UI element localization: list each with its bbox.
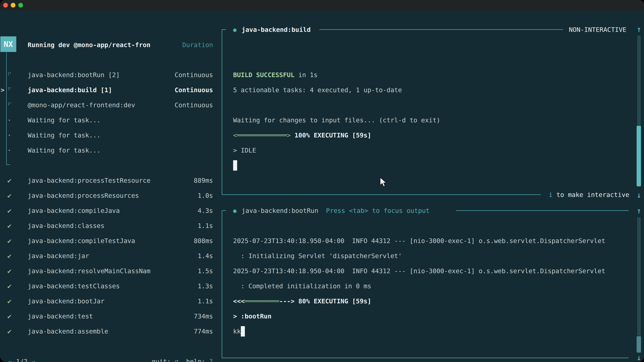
task-duration: 1.1s bbox=[198, 222, 213, 229]
task-status: Continuous bbox=[174, 86, 213, 94]
prev-page-arrow-icon[interactable]: ← bbox=[8, 358, 12, 362]
task-row-completed[interactable]: java-backend:bootJar 1.1s bbox=[28, 294, 213, 309]
task-row-completed[interactable]: java-backend:classes 1.1s bbox=[28, 218, 213, 233]
task-row-completed[interactable]: java-backend:processTestResource 889ms bbox=[28, 173, 213, 188]
scrollbar-track-line bbox=[638, 217, 638, 336]
task-duration: 1.4s bbox=[198, 252, 213, 260]
check-glyph: ✔ bbox=[8, 192, 12, 199]
build-scrollbar-thumb[interactable] bbox=[636, 126, 641, 186]
log-line: : Completed initialization in 0 ms bbox=[233, 279, 371, 294]
task-row-completed[interactable]: java-backend:test 734ms bbox=[28, 309, 213, 324]
spinner-icon: ⠋ bbox=[8, 97, 19, 113]
terminal-cursor bbox=[233, 160, 237, 171]
check-icon: ✔ bbox=[8, 173, 19, 188]
progress-bar-suffix: ---> bbox=[279, 298, 295, 305]
task-status: Continuous bbox=[174, 71, 213, 79]
check-glyph: ✔ bbox=[8, 328, 12, 335]
task-duration: 4.3s bbox=[198, 207, 213, 214]
build-cursor-line bbox=[233, 158, 237, 173]
log-line: : Initializing Servlet 'dispatcherServle… bbox=[233, 248, 402, 264]
task-name: java-backend:compileJava bbox=[28, 207, 120, 214]
non-interactive-label: NON-INTERACTIVE bbox=[569, 26, 626, 33]
check-icon: ✔ bbox=[8, 264, 19, 279]
sidebar-title: Running dev @mono-app/react-fron bbox=[28, 41, 150, 49]
task-row-completed[interactable]: java-backend:testClasses 1.3s bbox=[28, 279, 213, 294]
scrollbar-track-line bbox=[640, 35, 640, 125]
task-row-waiting[interactable]: Waiting for task... bbox=[28, 113, 100, 128]
quit-key: q bbox=[171, 358, 178, 362]
task-row-waiting[interactable]: Waiting for task... bbox=[28, 128, 100, 143]
progress-bar-prefix: <<< bbox=[233, 298, 245, 305]
task-name: java-backend:jar bbox=[28, 252, 89, 260]
build-panel-header[interactable]: ● java-backend:build bbox=[233, 22, 310, 37]
mouse-cursor-icon bbox=[380, 177, 388, 189]
log-text: : Completed initialization in 0 ms bbox=[233, 282, 371, 290]
page-indicator: 1/2 bbox=[12, 358, 31, 362]
task-row-completed[interactable]: java-backend:compileJava 4.3s bbox=[28, 203, 213, 218]
log-line: 2025-07-23T13:40:18.950-04:00 INFO 44312… bbox=[233, 233, 605, 248]
sidebar-footer: ← 1/2 → quit: q help: ? bbox=[8, 354, 213, 362]
check-icon: ✔ bbox=[8, 218, 19, 233]
task-name: java-backend:assemble bbox=[28, 328, 108, 335]
task-row-build-selected[interactable]: java-backend:build [1] Continuous bbox=[28, 82, 213, 97]
task-row-completed[interactable]: java-backend:processResources 1.0s bbox=[28, 188, 213, 203]
log-line: 2025-07-23T13:40:18.950-04:00 INFO 44312… bbox=[233, 264, 605, 279]
task-name: java-backend:bootJar bbox=[28, 298, 104, 305]
close-window-button[interactable] bbox=[3, 3, 8, 7]
task-name: java-backend:bootRun [2] bbox=[28, 71, 120, 79]
build-panel-title-rule bbox=[320, 29, 563, 30]
task-name: java-backend:test bbox=[28, 313, 93, 320]
bootrun-progress-line: <<<═════════---> 80% EXECUTING [59s] bbox=[233, 294, 371, 309]
task-group-tree-line bbox=[6, 52, 7, 165]
check-glyph: ✔ bbox=[8, 282, 12, 290]
minimize-window-button[interactable] bbox=[11, 3, 16, 7]
scroll-down-icon[interactable]: ↓ bbox=[634, 188, 643, 203]
log-text: 2025-07-23T13:40:18.950-04:00 INFO 44312… bbox=[233, 237, 605, 245]
help-key: ? bbox=[205, 358, 213, 362]
build-panel-bottom-border bbox=[222, 194, 541, 195]
scrollbar-track-line bbox=[638, 35, 638, 125]
task-duration: 1.1s bbox=[198, 298, 213, 305]
check-icon: ✔ bbox=[8, 279, 19, 294]
check-glyph: ✔ bbox=[8, 267, 12, 275]
task-status: Continuous bbox=[174, 101, 213, 109]
check-glyph: ✔ bbox=[8, 222, 12, 230]
spinner-glyph: ⠋ bbox=[8, 71, 12, 78]
check-icon: ✔ bbox=[8, 309, 19, 324]
scroll-up-icon[interactable]: ↑ bbox=[634, 22, 643, 37]
task-row-completed[interactable]: java-backend:compileTestJava 808ms bbox=[28, 233, 213, 248]
bootrun-panel-bottom-border bbox=[222, 358, 628, 358]
quit-hint-label: quit: bbox=[152, 358, 171, 362]
task-duration: 1.0s bbox=[198, 192, 213, 199]
next-page-arrow-icon[interactable]: → bbox=[31, 358, 35, 362]
scroll-up-icon[interactable]: ↑ bbox=[634, 203, 643, 218]
bootrun-panel-title-rule bbox=[456, 210, 628, 211]
focus-output-hint: Press <tab> to focus output bbox=[318, 207, 430, 214]
pending-dot-icon: · bbox=[8, 128, 19, 143]
bootrun-panel-border-nub bbox=[222, 210, 226, 211]
bootrun-input-line[interactable]: kk bbox=[233, 324, 245, 339]
make-interactive-hint: i to make interactive bbox=[549, 187, 629, 202]
terminal-cursor bbox=[241, 326, 245, 337]
check-glyph: ✔ bbox=[8, 237, 12, 245]
scroll-down-icon[interactable]: ↓ bbox=[634, 350, 643, 362]
build-time-text: in 1s bbox=[294, 71, 318, 79]
task-row-completed[interactable]: java-backend:assemble 774ms bbox=[28, 324, 213, 339]
task-row-waiting[interactable]: Waiting for task... bbox=[28, 143, 100, 158]
check-glyph: ✔ bbox=[8, 177, 12, 184]
zoom-window-button[interactable] bbox=[18, 3, 23, 7]
progress-label: 100% EXECUTING [59s] bbox=[291, 132, 371, 139]
check-glyph: ✔ bbox=[8, 207, 12, 215]
build-successful-text: BUILD SUCCESSFUL bbox=[233, 71, 294, 79]
pending-glyph: · bbox=[8, 132, 11, 139]
terminal-window: NX Running dev @mono-app/react-fron Dura… bbox=[0, 0, 644, 362]
check-icon: ✔ bbox=[8, 203, 19, 218]
task-row-completed[interactable]: java-backend:resolveMainClassNam 1.5s bbox=[28, 264, 213, 279]
check-icon: ✔ bbox=[8, 188, 19, 203]
task-row-bootrun[interactable]: java-backend:bootRun [2] Continuous bbox=[28, 67, 213, 82]
build-panel-left-border bbox=[222, 30, 222, 195]
actionable-tasks-text: 5 actionable tasks: 4 executed, 1 up-to-… bbox=[233, 86, 402, 94]
bootrun-panel-header[interactable]: ● java-backend:bootRun Press <tab> to fo… bbox=[233, 203, 430, 218]
task-row-frontend-dev[interactable]: @mono-app/react-frontend:dev Continuous bbox=[28, 97, 213, 113]
task-row-completed[interactable]: java-backend:jar 1.4s bbox=[28, 248, 213, 264]
